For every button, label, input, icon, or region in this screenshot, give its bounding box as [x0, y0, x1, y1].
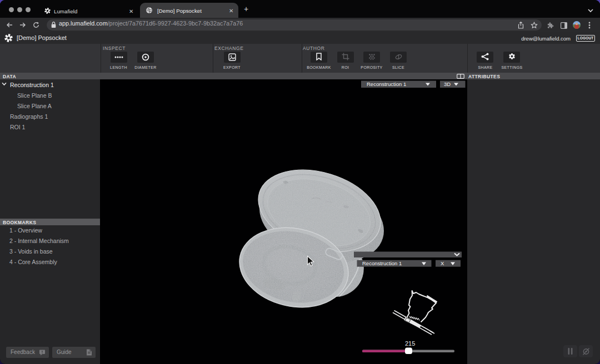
svg-text:X: X: [441, 260, 444, 266]
svg-text:Reconstruction 1: Reconstruction 1: [362, 260, 402, 266]
svg-text:Reconstruction 1: Reconstruction 1: [367, 81, 406, 87]
svg-text:215: 215: [405, 340, 415, 347]
svg-text:3D: 3D: [444, 81, 451, 87]
